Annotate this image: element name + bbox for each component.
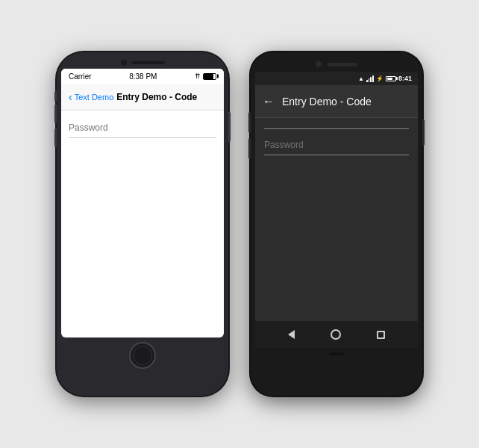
ios-back-button[interactable]: ‹ Text Demo — [69, 91, 113, 103]
android-camera-area — [316, 61, 357, 67]
ios-home-button[interactable] — [129, 342, 156, 369]
android-power-button — [422, 119, 425, 146]
android-back-nav-icon[interactable] — [288, 330, 295, 339]
android-speaker — [328, 63, 357, 66]
ios-nav-title: Entry Demo - Code — [116, 92, 197, 102]
ios-volume-down-button — [54, 128, 57, 147]
android-time: 8:41 — [398, 75, 412, 82]
ios-back-chevron-icon: ‹ — [69, 91, 72, 103]
ios-power-button — [228, 112, 231, 142]
android-password-input[interactable] — [264, 135, 409, 155]
android-phone: ▲ ⚡ 8:41 ← Entry Demo - Code — [251, 52, 422, 396]
ios-carrier: Carrier — [69, 72, 92, 81]
android-wifi-icon: ▲ — [358, 75, 364, 82]
android-battery-icon — [386, 76, 396, 81]
ios-status-right: ⇈ — [195, 72, 216, 80]
android-toolbar: ← Entry Demo - Code — [255, 85, 418, 118]
android-camera — [316, 61, 322, 67]
android-volume-up-button — [248, 112, 251, 133]
ios-time: 8:38 PM — [129, 72, 157, 81]
android-content — [255, 118, 418, 321]
ios-back-label: Text Demo — [75, 93, 114, 102]
ios-content — [61, 111, 224, 337]
android-back-button[interactable]: ← — [263, 95, 275, 108]
android-nav-bar — [255, 321, 418, 348]
android-toolbar-title: Entry Demo - Code — [282, 96, 372, 108]
ios-battery-icon — [203, 73, 216, 80]
android-home-nav-icon[interactable] — [331, 329, 341, 340]
ios-home-button-ring — [133, 346, 152, 365]
ios-camera — [121, 60, 165, 66]
android-volume-down-button — [248, 138, 251, 159]
android-recents-nav-icon[interactable] — [377, 331, 385, 339]
ios-password-input[interactable] — [69, 118, 216, 138]
android-status-icons: ▲ ⚡ 8:41 — [358, 75, 412, 82]
android-signal-icon — [366, 75, 374, 82]
ios-phone: Carrier 8:38 PM ⇈ ‹ Text Demo Entry Demo… — [57, 52, 228, 396]
android-charging-icon: ⚡ — [376, 75, 383, 82]
ios-screen: Carrier 8:38 PM ⇈ ‹ Text Demo Entry Demo… — [61, 69, 224, 337]
ios-nav-bar: ‹ Text Demo Entry Demo - Code — [61, 84, 224, 111]
android-charge-port — [329, 352, 344, 355]
android-status-bar: ▲ ⚡ 8:41 — [255, 72, 418, 85]
ios-status-bar: Carrier 8:38 PM ⇈ — [61, 69, 224, 84]
android-top-divider — [264, 128, 409, 129]
ios-mute-button — [54, 91, 57, 102]
ios-volume-up-button — [54, 105, 57, 123]
ios-wifi-icon: ⇈ — [195, 72, 201, 80]
android-screen: ▲ ⚡ 8:41 ← Entry Demo - Code — [255, 72, 418, 348]
